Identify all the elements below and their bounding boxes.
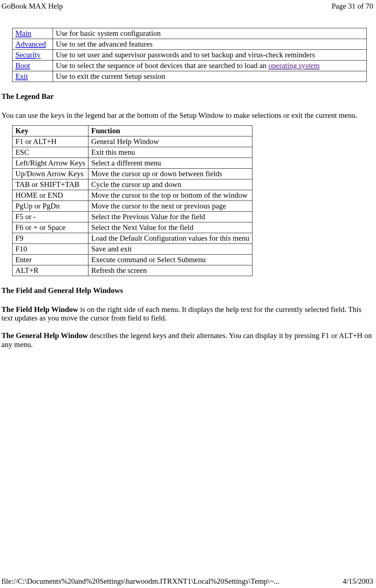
key-function-table: Key Function F1 or ALT+HGeneral Help Win… <box>12 125 252 276</box>
cell-function: Save and exit <box>88 244 252 255</box>
cell-key: F6 or + or Space <box>13 222 88 233</box>
bold-field-help: The Field Help Window <box>1 305 78 314</box>
cell-function: Select a different menu <box>88 158 252 169</box>
paragraph-general-help: The General Help Window describes the le… <box>1 331 373 348</box>
table-row: ALT+RRefresh the screen <box>13 265 252 276</box>
cell-function: Move the cursor to the next or previous … <box>88 201 252 212</box>
cell-function: Cycle the cursor up and down <box>88 179 252 190</box>
cell-key: HOME or END <box>13 190 88 201</box>
menu-table: Main Use for basic system configuration … <box>12 28 367 82</box>
cell-desc: Use to set the advanced features <box>53 39 367 50</box>
page-footer: file://C:\Documents%20and%20Settings\har… <box>1 577 373 586</box>
cell-key: F1 or ALT+H <box>13 136 88 147</box>
page-header: GoBook MAX Help Page 31 of 70 <box>0 0 376 11</box>
cell-key: ALT+R <box>13 265 88 276</box>
cell-function: Move the cursor to the top or bottom of … <box>88 190 252 201</box>
cell-function: Select the Next Value for the field <box>88 222 252 233</box>
cell-function: Move the cursor up or down between field… <box>88 169 252 179</box>
paragraph-legend-bar: You can use the keys in the legend bar a… <box>1 111 373 120</box>
table-row: Advanced Use to set the advanced feature… <box>13 39 367 50</box>
cell-desc: Use to exit the current Setup session <box>53 71 367 82</box>
header-key: Key <box>13 126 88 136</box>
footer-path: file://C:\Documents%20and%20Settings\har… <box>1 577 279 586</box>
table-row: HOME or ENDMove the cursor to the top or… <box>13 190 252 201</box>
cell-function: Refresh the screen <box>88 265 252 276</box>
cell-key: Left/Right Arrow Keys <box>13 158 88 169</box>
table-row: F9Load the Default Configuration values … <box>13 233 252 244</box>
cell-function: Select the Previous Value for the field <box>88 212 252 222</box>
cell-key: Up/Down Arrow Keys <box>13 169 88 179</box>
cell-key: TAB or SHIFT+TAB <box>13 179 88 190</box>
heading-help-windows: The Field and General Help Windows <box>1 286 375 295</box>
desc-prefix: Use to select the sequence of boot devic… <box>56 61 269 70</box>
link-advanced[interactable]: Advanced <box>15 40 46 48</box>
table-row: ESCExit this menu <box>13 147 252 158</box>
table-row: PgUp or PgDnMove the cursor to the next … <box>13 201 252 212</box>
link-main[interactable]: Main <box>15 29 31 38</box>
cell-function: Execute command or Select Submenu <box>88 255 252 265</box>
link-security[interactable]: Security <box>15 50 40 59</box>
header-page-indicator: Page 31 of 70 <box>332 2 373 11</box>
table-row: EnterExecute command or Select Submenu <box>13 255 252 265</box>
table-row: Up/Down Arrow KeysMove the cursor up or … <box>13 169 252 179</box>
cell-key: PgUp or PgDn <box>13 201 88 212</box>
link-boot[interactable]: Boot <box>15 61 30 70</box>
table-row: Exit Use to exit the current Setup sessi… <box>13 71 367 82</box>
cell-function: Exit this menu <box>88 147 252 158</box>
cell-desc: Use to set user and supervisor passwords… <box>53 50 367 61</box>
table-row: Security Use to set user and supervisor … <box>13 50 367 61</box>
cell-desc: Use for basic system configuration <box>53 28 367 39</box>
footer-date: 4/15/2003 <box>343 577 373 586</box>
table-row: TAB or SHIFT+TABCycle the cursor up and … <box>13 179 252 190</box>
table-row: F10Save and exit <box>13 244 252 255</box>
cell-key: F10 <box>13 244 88 255</box>
link-operating-system[interactable]: operating system <box>269 61 320 70</box>
table-row: F6 or + or SpaceSelect the Next Value fo… <box>13 222 252 233</box>
table-row: Boot Use to select the sequence of boot … <box>13 61 367 71</box>
cell-key: Enter <box>13 255 88 265</box>
cell-function: General Help Window <box>88 136 252 147</box>
cell-key: F9 <box>13 233 88 244</box>
cell-function: Load the Default Configuration values fo… <box>88 233 252 244</box>
heading-legend-bar: The Legend Bar <box>1 92 375 101</box>
table-row: Left/Right Arrow KeysSelect a different … <box>13 158 252 169</box>
table-row: F1 or ALT+HGeneral Help Window <box>13 136 252 147</box>
header-title: GoBook MAX Help <box>1 2 63 11</box>
cell-desc: Use to select the sequence of boot devic… <box>53 61 367 71</box>
table-row: F5 or -Select the Previous Value for the… <box>13 212 252 222</box>
bold-general-help: The General Help Window <box>1 331 88 340</box>
cell-key: F5 or - <box>13 212 88 222</box>
link-exit[interactable]: Exit <box>15 72 28 81</box>
paragraph-field-help: The Field Help Window is on the right si… <box>1 305 373 322</box>
header-function: Function <box>88 126 252 136</box>
table-header-row: Key Function <box>13 126 252 136</box>
cell-key: ESC <box>13 147 88 158</box>
table-row: Main Use for basic system configuration <box>13 28 367 39</box>
